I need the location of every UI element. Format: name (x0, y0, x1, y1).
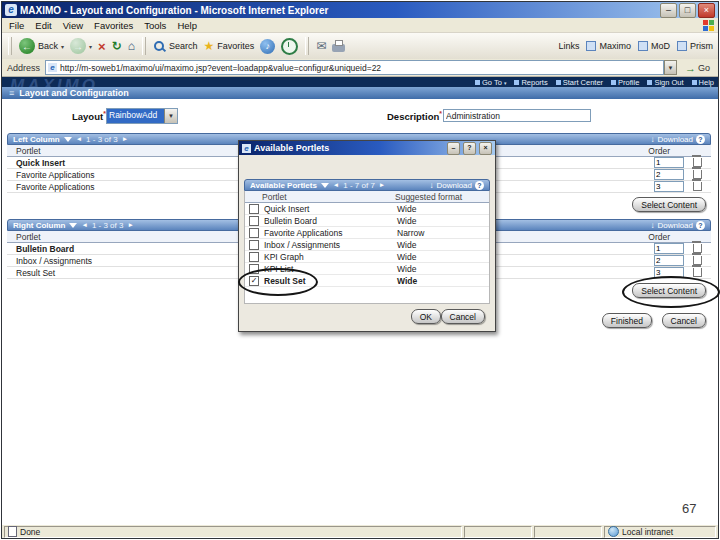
nav-goto[interactable]: Go To ▾ (475, 78, 506, 87)
refresh-button[interactable]: ↻ (112, 39, 122, 53)
address-dropdown-icon[interactable]: ▼ (664, 60, 677, 75)
pager-prev-icon[interactable]: ◄ (76, 136, 82, 143)
goto-caret-icon: ▾ (504, 80, 507, 86)
links-label: Links (558, 41, 579, 51)
mail-button[interactable]: ✉ (316, 39, 326, 53)
portlet-name: KPI List (264, 264, 392, 274)
close-button[interactable]: × (698, 3, 715, 18)
checkbox[interactable] (249, 252, 259, 262)
checkbox[interactable]: ✓ (249, 276, 259, 286)
dialog-help-button[interactable]: ? (463, 142, 476, 155)
pager-prev-icon[interactable]: ◄ (333, 182, 339, 189)
order-input[interactable] (654, 181, 684, 192)
dialog-ok-button[interactable]: OK (411, 309, 441, 324)
order-input[interactable] (654, 267, 684, 278)
home-button[interactable]: ⌂ (128, 39, 135, 53)
help-icon[interactable]: ? (475, 181, 484, 190)
download-link[interactable]: Download (657, 135, 693, 144)
filter-icon[interactable] (64, 137, 72, 142)
trash-icon[interactable] (693, 158, 702, 167)
app-menu-icon[interactable]: ≡ (9, 88, 14, 98)
dialog-pager: 1 - 7 of 7 (343, 181, 375, 190)
checkbox[interactable] (249, 240, 259, 250)
search-icon (153, 40, 166, 53)
trash-icon[interactable] (693, 182, 702, 191)
nav-start-center[interactable]: Start Center (556, 78, 603, 87)
search-label: Search (169, 41, 198, 51)
download-icon[interactable]: ↓ (650, 221, 654, 230)
finished-button[interactable]: Finished (602, 313, 652, 328)
order-input[interactable] (654, 169, 684, 180)
toolbar-grip[interactable] (8, 37, 12, 55)
left-select-content-button[interactable]: Select Content (632, 197, 706, 212)
toolbar-grip[interactable] (142, 37, 146, 55)
checkbox[interactable] (249, 204, 259, 214)
menu-view[interactable]: View (63, 20, 83, 31)
layout-select-arrow-icon[interactable]: ▼ (164, 109, 177, 123)
checkbox[interactable] (249, 216, 259, 226)
link-prism[interactable]: Prism (677, 41, 713, 51)
download-link[interactable]: Download (436, 181, 472, 190)
media-icon: ♪ (260, 39, 275, 54)
menu-edit[interactable]: Edit (35, 20, 51, 31)
pager-next-icon[interactable]: ► (379, 182, 385, 189)
go-button[interactable]: → Go (682, 62, 713, 74)
home-icon: ⌂ (128, 39, 135, 53)
media-button[interactable]: ♪ (260, 39, 275, 54)
menu-file[interactable]: File (9, 20, 24, 31)
print-button[interactable] (332, 41, 345, 52)
toolbar-grip[interactable] (305, 37, 309, 55)
search-button[interactable]: Search (153, 40, 198, 53)
dialog-cancel-button[interactable]: Cancel (441, 309, 485, 324)
layout-select[interactable]: RainbowAdd ▼ (106, 108, 178, 124)
link-mod[interactable]: MoD (638, 41, 670, 51)
address-input[interactable]: e http://m-soweb1/maximo/ui/maximo.jsp?e… (45, 60, 664, 75)
menu-tools[interactable]: Tools (144, 20, 166, 31)
order-input[interactable] (654, 157, 684, 168)
favorites-button[interactable]: ★ Favorites (203, 39, 254, 53)
filter-icon[interactable] (321, 183, 329, 188)
download-icon[interactable]: ↓ (429, 181, 433, 190)
trash-icon[interactable] (693, 170, 702, 179)
pager-prev-icon[interactable]: ◄ (81, 222, 87, 229)
checkbox[interactable] (249, 264, 259, 274)
dialog-minimize-button[interactable]: – (447, 142, 460, 155)
back-dropdown-icon[interactable]: ▾ (61, 43, 64, 50)
trash-icon[interactable] (693, 268, 702, 277)
trash-icon[interactable] (693, 256, 702, 265)
nav-profile-label: Profile (618, 78, 639, 87)
pager-next-icon[interactable]: ► (127, 222, 133, 229)
forward-button[interactable]: → ▾ (70, 38, 92, 54)
order-input[interactable] (654, 243, 684, 254)
page-cancel-button[interactable]: Cancel (662, 313, 706, 328)
address-bar: Address e http://m-soweb1/maximo/ui/maxi… (2, 59, 718, 77)
maximize-button[interactable]: □ (679, 3, 696, 18)
menu-favorites[interactable]: Favorites (94, 20, 133, 31)
address-label: Address (7, 63, 40, 73)
forward-dropdown-icon[interactable]: ▾ (89, 43, 92, 50)
order-input[interactable] (654, 255, 684, 266)
right-select-content-button[interactable]: Select Content (632, 283, 706, 298)
menu-help[interactable]: Help (177, 20, 197, 31)
nav-profile[interactable]: Profile (611, 78, 639, 87)
link-maximo[interactable]: Maximo (586, 41, 631, 51)
nav-sign-out[interactable]: Sign Out (647, 78, 683, 87)
filter-icon[interactable] (69, 223, 77, 228)
description-field[interactable] (443, 109, 591, 122)
trash-icon[interactable] (693, 244, 702, 253)
download-icon[interactable]: ↓ (650, 135, 654, 144)
checkbox[interactable] (249, 228, 259, 238)
window-title: MAXIMO - Layout and Configuration - Micr… (20, 5, 657, 16)
back-button[interactable]: ← Back ▾ (19, 38, 64, 54)
history-button[interactable] (281, 38, 298, 55)
minimize-button[interactable]: – (660, 3, 677, 18)
pager-next-icon[interactable]: ► (122, 136, 128, 143)
nav-reports[interactable]: Reports (514, 78, 547, 87)
download-link[interactable]: Download (657, 221, 693, 230)
stop-button[interactable]: × (98, 39, 106, 54)
help-icon[interactable]: ? (696, 221, 705, 230)
layout-select-value: RainbowAdd (107, 109, 164, 123)
nav-help[interactable]: Help (692, 78, 714, 87)
dialog-close-button[interactable]: × (479, 142, 492, 155)
help-icon[interactable]: ? (696, 135, 705, 144)
